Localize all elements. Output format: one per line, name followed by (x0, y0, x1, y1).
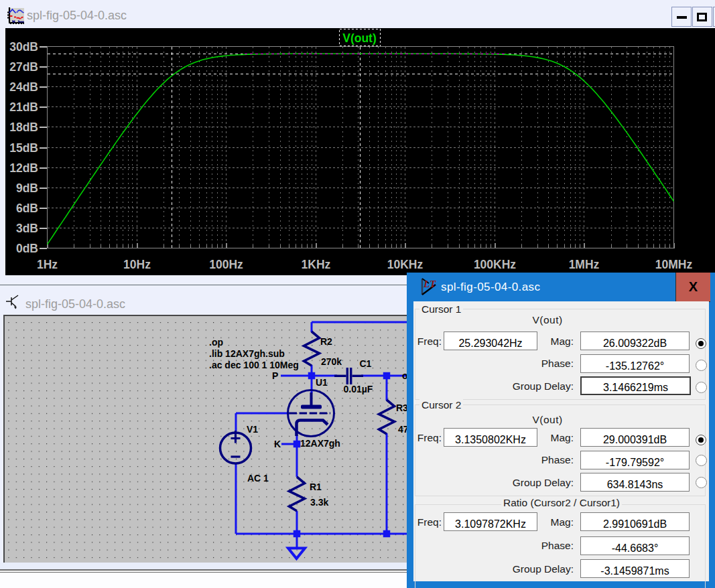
svg-text:100KHz: 100KHz (474, 258, 516, 271)
svg-text:LT: LT (423, 279, 436, 289)
svg-text:V1: V1 (247, 424, 258, 435)
svg-text:3dB: 3dB (16, 222, 38, 235)
svg-text:.ac dec 100 1 10Meg: .ac dec 100 1 10Meg (209, 360, 299, 370)
svg-text:.op: .op (209, 337, 223, 348)
svg-text:C1: C1 (360, 358, 372, 369)
svg-text:P: P (272, 370, 278, 381)
svg-text:270k: 270k (321, 356, 342, 367)
svg-text:30dB: 30dB (9, 40, 38, 54)
svg-text:10KHz: 10KHz (387, 258, 424, 271)
svg-text:.lib 12AX7gh.sub: .lib 12AX7gh.sub (209, 348, 285, 359)
svg-text:21dB: 21dB (9, 100, 38, 114)
svg-text:12AX7gh: 12AX7gh (300, 438, 340, 449)
svg-text:100Hz: 100Hz (209, 258, 243, 271)
svg-text:K: K (274, 439, 281, 449)
svg-text:V(out): V(out) (342, 31, 377, 45)
svg-text:6dB: 6dB (16, 202, 38, 215)
svg-text:0.01µF: 0.01µF (344, 384, 373, 394)
svg-text:1Hz: 1Hz (37, 258, 58, 271)
svg-text:1KHz: 1KHz (302, 258, 331, 271)
svg-text:AC 1: AC 1 (247, 473, 269, 484)
svg-text:15dB: 15dB (9, 141, 38, 155)
svg-text:R2: R2 (320, 336, 332, 347)
svg-text:24dB: 24dB (9, 80, 38, 94)
svg-text:9dB: 9dB (16, 181, 38, 195)
svg-text:3.3k: 3.3k (310, 497, 328, 508)
svg-text:10MHz: 10MHz (655, 258, 693, 271)
svg-text:R1: R1 (310, 482, 322, 492)
svg-text:1MHz: 1MHz (569, 258, 600, 271)
svg-text:10Hz: 10Hz (123, 258, 151, 271)
svg-text:U1: U1 (316, 377, 328, 388)
svg-text:18dB: 18dB (9, 121, 38, 134)
svg-text:27dB: 27dB (9, 60, 38, 74)
svg-text:12dB: 12dB (9, 161, 38, 175)
svg-text:0dB: 0dB (16, 242, 38, 255)
